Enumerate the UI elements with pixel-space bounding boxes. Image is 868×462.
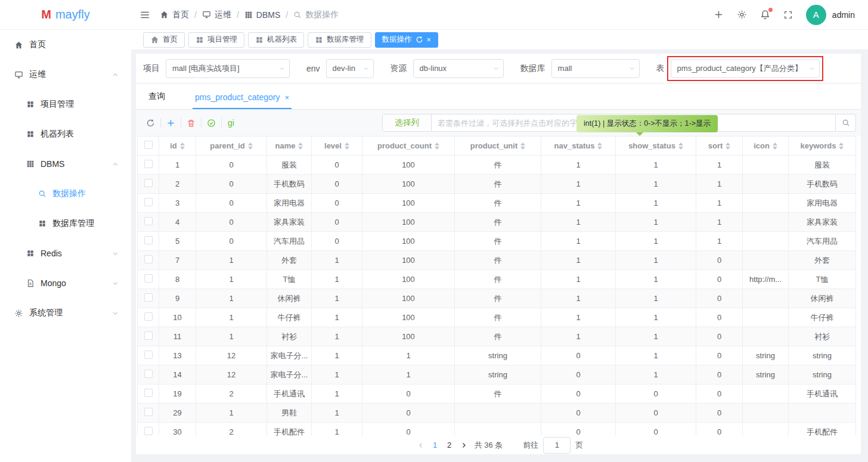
refresh-icon[interactable] bbox=[141, 119, 160, 128]
column-header-keywords[interactable]: keywords bbox=[789, 137, 856, 156]
page-number-1[interactable]: 1 bbox=[428, 441, 442, 449]
sidebar-item-机器列表[interactable]: 机器列表 bbox=[0, 119, 131, 149]
breadcrumb-item[interactable]: DBMS bbox=[244, 10, 280, 20]
sort-carets-icon[interactable] bbox=[298, 142, 303, 150]
column-header-id[interactable]: id bbox=[159, 137, 196, 156]
row-checkbox[interactable] bbox=[144, 408, 153, 416]
table-row[interactable]: 192手机通讯10件000手机通讯 bbox=[138, 385, 856, 404]
prev-page-icon[interactable] bbox=[414, 442, 428, 449]
username[interactable]: admin bbox=[832, 10, 855, 20]
tab-table-active[interactable]: pms_product_category × bbox=[193, 92, 292, 109]
table-row[interactable]: 1412家电子分...11string010stringstring bbox=[138, 365, 856, 385]
table-row[interactable]: 111衬衫1100件110衬衫 bbox=[138, 327, 856, 346]
row-checkbox[interactable] bbox=[144, 198, 153, 206]
project-select[interactable]: mall [电商实战项目] bbox=[166, 59, 290, 78]
menu-fold-icon[interactable] bbox=[140, 10, 150, 20]
table-row[interactable]: 30家用电器0100件111家用电器 bbox=[138, 194, 856, 213]
table-row[interactable]: 10服装0100件111服装 bbox=[138, 156, 856, 175]
column-header-product_unit[interactable]: product_unit bbox=[455, 137, 541, 156]
column-header-sort[interactable]: sort bbox=[696, 137, 743, 156]
column-header-nav_status[interactable]: nav_status bbox=[541, 137, 616, 156]
table-row[interactable]: 302手机配件10000手机配件 bbox=[138, 423, 856, 436]
row-checkbox[interactable] bbox=[144, 236, 153, 244]
select-all-checkbox[interactable] bbox=[144, 141, 153, 149]
table-row[interactable]: 40家具家装0100件111家具家装 bbox=[138, 213, 856, 232]
row-checkbox[interactable] bbox=[144, 274, 153, 283]
row-checkbox[interactable] bbox=[144, 427, 153, 435]
sidebar-item-首页[interactable]: 首页 bbox=[0, 30, 131, 60]
table-row[interactable]: 50汽车用品0100件111汽车用品 bbox=[138, 232, 856, 251]
table-row[interactable]: 101牛仔裤1100件110牛仔裤 bbox=[138, 308, 856, 327]
close-icon[interactable]: × bbox=[427, 36, 431, 44]
sort-carets-icon[interactable] bbox=[726, 142, 730, 150]
avatar[interactable]: A bbox=[806, 5, 826, 25]
row-checkbox[interactable] bbox=[144, 179, 153, 187]
open-tab-数据操作[interactable]: 数据操作× bbox=[375, 32, 438, 48]
sidebar-item-运维[interactable]: 运维 bbox=[0, 60, 131, 89]
column-header-name[interactable]: name bbox=[267, 137, 312, 156]
column-header-icon[interactable]: icon bbox=[743, 137, 789, 156]
sort-carets-icon[interactable] bbox=[520, 142, 525, 150]
sidebar-item-DBMS[interactable]: DBMS bbox=[0, 149, 131, 179]
sidebar-item-项目管理[interactable]: 项目管理 bbox=[0, 89, 131, 119]
breadcrumb-item[interactable]: 运维 bbox=[202, 10, 231, 20]
fullscreen-icon[interactable] bbox=[783, 10, 793, 20]
row-checkbox[interactable] bbox=[144, 370, 153, 378]
close-icon[interactable]: × bbox=[284, 93, 289, 102]
breadcrumb-item[interactable]: 首页 bbox=[160, 10, 189, 20]
resource-select[interactable]: db-linux bbox=[413, 59, 504, 78]
sort-carets-icon[interactable] bbox=[345, 142, 349, 150]
sidebar-item-系统管理[interactable]: 系统管理 bbox=[0, 298, 131, 328]
sidebar-item-数据库管理[interactable]: 数据库管理 bbox=[0, 209, 131, 238]
table-row[interactable]: 291男鞋10000 bbox=[138, 404, 856, 423]
table-select[interactable]: pms_product_category【产品分类】 bbox=[671, 59, 820, 78]
sort-carets-icon[interactable] bbox=[678, 142, 683, 150]
row-checkbox[interactable] bbox=[144, 351, 153, 359]
delete-icon[interactable] bbox=[181, 119, 201, 128]
column-header-parent_id[interactable]: parent_id bbox=[196, 137, 267, 156]
sort-carets-icon[interactable] bbox=[597, 142, 602, 150]
page-number-2[interactable]: 2 bbox=[442, 441, 457, 449]
commit-check-icon[interactable] bbox=[202, 119, 221, 128]
open-tab-项目管理[interactable]: 项目管理 bbox=[188, 32, 244, 48]
sort-carets-icon[interactable] bbox=[839, 142, 844, 150]
open-tab-数据库管理[interactable]: 数据库管理 bbox=[308, 32, 371, 48]
next-page-icon[interactable] bbox=[457, 442, 471, 449]
tab-query[interactable]: 查询 bbox=[146, 91, 168, 109]
row-checkbox[interactable] bbox=[144, 331, 153, 340]
sidebar-item-Redis[interactable]: Redis bbox=[0, 238, 131, 268]
database-select[interactable]: mall bbox=[551, 59, 640, 78]
env-select[interactable]: dev-lin bbox=[326, 59, 374, 78]
row-checkbox[interactable] bbox=[144, 217, 153, 225]
add-row-icon[interactable] bbox=[161, 119, 181, 128]
column-header-show_status[interactable]: show_status bbox=[616, 137, 696, 156]
column-header-product_count[interactable]: product_count bbox=[362, 137, 455, 156]
gear-icon[interactable] bbox=[737, 10, 747, 20]
sidebar-item-数据操作[interactable]: 数据操作 bbox=[0, 179, 131, 209]
table-row[interactable]: 20手机数码0100件111手机数码 bbox=[138, 175, 856, 194]
row-checkbox[interactable] bbox=[144, 255, 153, 263]
table-row[interactable]: 1312家电子分...11string010stringstring bbox=[138, 346, 856, 365]
table-row[interactable]: 81T恤1100件110http://m...T恤 bbox=[138, 270, 856, 289]
table-row[interactable]: 91休闲裤1100件110休闲裤 bbox=[138, 289, 856, 308]
bell-icon[interactable] bbox=[760, 10, 770, 20]
refresh-icon[interactable] bbox=[416, 36, 423, 44]
breadcrumb-item[interactable]: 数据操作 bbox=[293, 10, 339, 20]
sort-carets-icon[interactable] bbox=[248, 142, 253, 150]
select-columns-button[interactable]: 选择列 bbox=[383, 114, 432, 131]
row-checkbox[interactable] bbox=[144, 389, 153, 397]
add-icon[interactable] bbox=[714, 10, 724, 20]
sort-carets-icon[interactable] bbox=[773, 142, 777, 150]
column-header-level[interactable]: level bbox=[312, 137, 362, 156]
sidebar-item-Mongo[interactable]: Mongo bbox=[0, 268, 131, 298]
open-tab-机器列表[interactable]: 机器列表 bbox=[248, 32, 304, 48]
row-checkbox[interactable] bbox=[144, 160, 153, 168]
open-tab-首页[interactable]: 首页 bbox=[143, 32, 185, 48]
goto-page-input[interactable] bbox=[543, 437, 571, 454]
sort-carets-icon[interactable] bbox=[180, 142, 185, 150]
sort-carets-icon[interactable] bbox=[435, 142, 439, 150]
search-icon[interactable] bbox=[835, 114, 855, 131]
table-row[interactable]: 71外套1100件110外套 bbox=[138, 251, 856, 270]
row-checkbox[interactable] bbox=[144, 312, 153, 321]
row-checkbox[interactable] bbox=[144, 293, 153, 302]
